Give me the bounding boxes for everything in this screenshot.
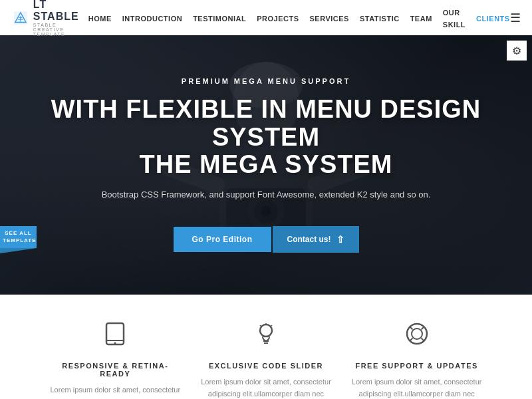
nav-item-ourskill[interactable]: OUR SKILL [443, 6, 466, 30]
svg-point-17 [114, 342, 116, 344]
logo[interactable]: LT STABLE STABLE CREATIVE TEMPLATE [13, 0, 88, 37]
nav-link-services[interactable]: SERVICES [310, 15, 349, 23]
nav-links: HOME INTRODUCTION TESTIMONIAL PROJECTS S… [88, 6, 510, 30]
svg-line-23 [271, 325, 272, 327]
hero-pretitle: PREMIUM MEGA MENU SUPPORT [182, 77, 350, 85]
nav-link-projects[interactable]: PROJECTS [257, 15, 299, 23]
feature-support-title: FREE SUPPORT & UPDATES [355, 362, 477, 370]
go-pro-button[interactable]: Go Pro Edition [174, 227, 271, 252]
feature-code-slider: EXCLUSIVE CODE SLIDER Lorem ipsum dolor … [200, 321, 332, 399]
svg-point-18 [260, 325, 272, 336]
life-ring-svg [404, 321, 430, 346]
feature-support-text: Lorem ipsum dolor sit amet, consectetur … [350, 376, 483, 399]
hero-buttons: Go Pro Edition Contact us! ⇧ [174, 226, 359, 253]
bulb-svg [253, 321, 279, 346]
contact-button[interactable]: Contact us! ⇧ [273, 226, 359, 253]
feature-responsive: RESPONSIVE & RETINA-READY Lorem ipsum do… [49, 321, 182, 399]
nav-item-testimonial[interactable]: TESTIMONIAL [193, 12, 246, 24]
nav-item-services[interactable]: SERVICES [310, 12, 349, 24]
brand-subtitle: STABLE CREATIVE TEMPLATE [33, 23, 88, 37]
nav-link-team[interactable]: TEAM [410, 15, 432, 23]
svg-line-29 [410, 338, 413, 342]
feature-responsive-text: Lorem ipsum dolor sit amet, consectetur … [49, 384, 182, 399]
nav-link-home[interactable]: HOME [88, 15, 112, 23]
nav-item-introduction[interactable]: INTRODUCTION [122, 12, 182, 24]
feature-responsive-title: RESPONSIVE & RETINA-READY [49, 362, 182, 378]
hamburger-icon[interactable]: ☰ [510, 11, 521, 25]
svg-rect-15 [106, 323, 124, 344]
nav-link-testimonial[interactable]: TESTIMONIAL [193, 15, 246, 23]
see-all-templates-badge[interactable]: SEE ALL TEMPLATE [0, 226, 37, 248]
logo-icon [13, 6, 28, 30]
gear-icon: ⚙ [512, 45, 521, 57]
contact-button-label: Contact us! [287, 235, 331, 244]
bulb-icon [253, 321, 279, 352]
navbar: LT STABLE STABLE CREATIVE TEMPLATE HOME … [0, 0, 532, 35]
life-ring-icon [404, 321, 430, 352]
svg-line-28 [421, 338, 424, 342]
chevron-up-icon: ⇧ [336, 234, 344, 245]
nav-link-clients[interactable]: CLIENTS [476, 15, 510, 23]
feature-support: FREE SUPPORT & UPDATES Lorem ipsum dolor… [350, 321, 483, 399]
hero-title: WITH FLEXIBLE IN MENU DESIGN SYSTEM THE … [27, 96, 505, 179]
hero-subtitle: Bootstrap CSS Framework, and support Fon… [102, 190, 431, 200]
feature-code-slider-title: EXCLUSIVE CODE SLIDER [209, 362, 323, 370]
nav-link-statistic[interactable]: STATISTIC [360, 15, 400, 23]
nav-item-clients[interactable]: CLIENTS [476, 12, 510, 24]
tablet-svg [102, 321, 128, 346]
nav-link-introduction[interactable]: INTRODUCTION [122, 15, 182, 23]
nav-item-team[interactable]: TEAM [410, 12, 432, 24]
nav-item-statistic[interactable]: STATISTIC [360, 12, 400, 24]
svg-line-26 [410, 327, 413, 330]
hero-title-line1: WITH FLEXIBLE IN MENU DESIGN SYSTEM [51, 95, 481, 151]
nav-link-ourskill[interactable]: OUR SKILL [443, 9, 466, 29]
hero-content: PREMIUM MEGA MENU SUPPORT WITH FLEXIBLE … [0, 35, 532, 295]
nav-item-home[interactable]: HOME [88, 12, 112, 24]
see-all-label: SEE ALL TEMPLATE [3, 230, 37, 243]
svg-point-25 [412, 329, 422, 339]
features-section: RESPONSIVE & RETINA-READY Lorem ipsum do… [0, 295, 532, 399]
brand-title: LT STABLE [33, 0, 88, 23]
tablet-icon [102, 321, 128, 352]
svg-line-22 [260, 325, 261, 327]
hero-title-line2: THE MEGA SYSTEM [140, 150, 393, 178]
feature-code-slider-text: Lorem ipsum dolor sit amet, consectetur … [200, 376, 332, 399]
nav-item-projects[interactable]: PROJECTS [257, 12, 299, 24]
gear-settings-button[interactable]: ⚙ [507, 41, 527, 61]
logo-text: LT STABLE STABLE CREATIVE TEMPLATE [33, 0, 88, 37]
hero-section: PREMIUM MEGA MENU SUPPORT WITH FLEXIBLE … [0, 35, 532, 295]
svg-line-27 [421, 327, 424, 330]
